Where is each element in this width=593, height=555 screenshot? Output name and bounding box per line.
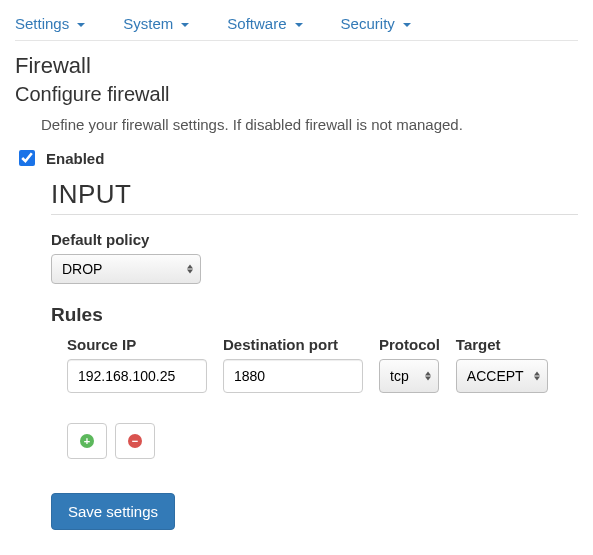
protocol-select-wrap: tcp	[379, 359, 439, 393]
top-nav: Settings System Software Security	[15, 15, 578, 41]
chevron-down-icon	[181, 23, 189, 27]
nav-software[interactable]: Software	[227, 15, 302, 32]
chevron-down-icon	[77, 23, 85, 27]
nav-system-label: System	[123, 15, 173, 32]
add-rule-button[interactable]: +	[67, 423, 107, 459]
target-select-wrap: ACCEPT	[456, 359, 548, 393]
page-title: Firewall	[15, 53, 578, 79]
save-settings-button[interactable]: Save settings	[51, 493, 175, 530]
divider	[51, 214, 578, 215]
nav-system[interactable]: System	[123, 15, 189, 32]
chain-section: INPUT Default policy DROP Rules Source I…	[51, 179, 578, 459]
enabled-row: Enabled	[15, 147, 578, 169]
chevron-down-icon	[295, 23, 303, 27]
source-ip-input[interactable]	[67, 359, 207, 393]
enabled-label: Enabled	[46, 150, 104, 167]
page-description: Define your firewall settings. If disabl…	[41, 116, 578, 133]
col-target: Target ACCEPT	[456, 336, 548, 393]
nav-settings[interactable]: Settings	[15, 15, 85, 32]
dest-port-input[interactable]	[223, 359, 363, 393]
nav-settings-label: Settings	[15, 15, 69, 32]
minus-circle-icon: −	[128, 434, 142, 448]
col-dest-port: Destination port	[223, 336, 363, 393]
target-select[interactable]: ACCEPT	[456, 359, 548, 393]
chevron-down-icon	[403, 23, 411, 27]
remove-rule-button[interactable]: −	[115, 423, 155, 459]
col-protocol: Protocol tcp	[379, 336, 440, 393]
nav-software-label: Software	[227, 15, 286, 32]
default-policy-label: Default policy	[51, 231, 578, 248]
rules-row: Source IP Destination port Protocol tcp …	[67, 336, 578, 393]
dest-port-label: Destination port	[223, 336, 363, 353]
protocol-label: Protocol	[379, 336, 440, 353]
default-policy-select[interactable]: DROP	[51, 254, 201, 284]
col-source-ip: Source IP	[67, 336, 207, 393]
default-policy-select-wrap: DROP	[51, 254, 201, 284]
chain-title: INPUT	[51, 179, 578, 210]
nav-security[interactable]: Security	[341, 15, 411, 32]
protocol-select[interactable]: tcp	[379, 359, 439, 393]
rules-heading: Rules	[51, 304, 578, 326]
target-label: Target	[456, 336, 548, 353]
rule-buttons: + −	[67, 423, 578, 459]
enabled-checkbox[interactable]	[19, 150, 35, 166]
page-subtitle: Configure firewall	[15, 83, 578, 106]
nav-security-label: Security	[341, 15, 395, 32]
source-ip-label: Source IP	[67, 336, 207, 353]
plus-circle-icon: +	[80, 434, 94, 448]
